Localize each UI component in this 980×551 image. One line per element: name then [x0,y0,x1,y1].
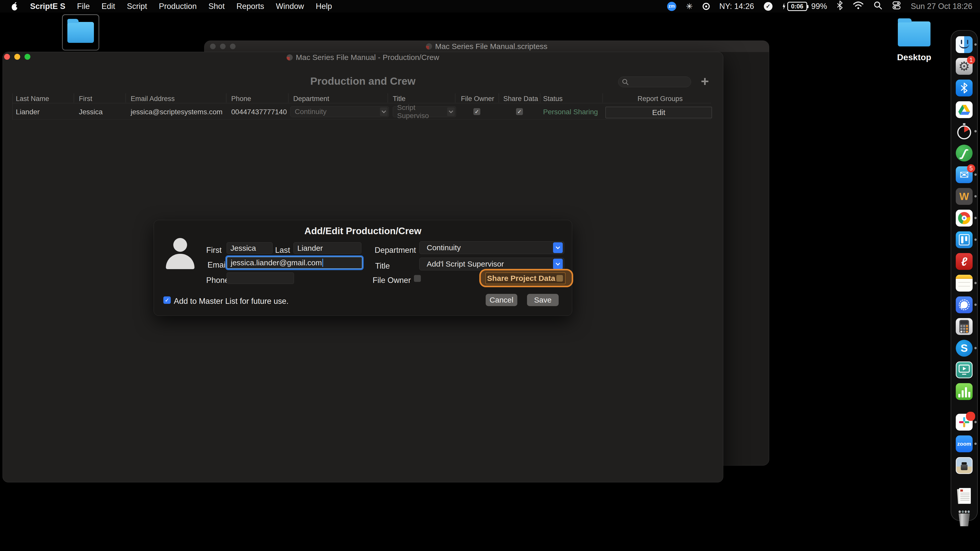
first-field[interactable]: Jessica [227,242,272,254]
trash-full-dock-icon[interactable] [956,510,973,526]
front-window-title: Mac Series File Manual - Production/Crew [296,53,439,62]
last-label: Last [275,246,290,255]
running-indicator [974,421,977,423]
chevron-down-icon [447,107,455,116]
row-title-select[interactable]: Script Superviso [393,106,456,117]
department-select[interactable]: Continuity [419,241,564,254]
share-data-checkbox[interactable]: ✓ [516,108,523,115]
zoom-dock-icon[interactable]: zoom [956,435,973,452]
menu-production[interactable]: Production [159,2,197,11]
acrobat-dock-icon[interactable]: ℓ [956,253,973,270]
running-indicator [974,282,977,284]
file-owner-checkbox[interactable]: ✓ [473,108,480,115]
notification-badge: 1 [967,56,975,64]
col-email[interactable]: Email Address [130,95,175,103]
col-department[interactable]: Department [293,95,329,103]
skype-dock-icon[interactable]: S [956,340,973,357]
battery-time: 0:06 [788,2,807,11]
wifi-icon[interactable] [853,1,864,12]
calculator-dock-icon[interactable] [956,318,973,335]
text-caret [322,259,323,267]
control-center-icon[interactable] [892,1,901,12]
cell-first[interactable]: Jessica [79,108,103,116]
menu-file[interactable]: File [77,2,90,11]
save-button[interactable]: Save [527,294,558,306]
edit-report-groups-button[interactable]: Edit [605,106,712,118]
share-project-data-checkbox[interactable] [556,275,563,282]
col-title[interactable]: Title [393,95,406,103]
desktop-folder-icon[interactable] [898,21,931,46]
menu-reports[interactable]: Reports [236,2,264,11]
finder-dock-icon[interactable] [956,36,973,53]
col-phone[interactable]: Phone [231,95,251,103]
add-crew-plus-button[interactable]: + [699,76,711,87]
cell-last-name[interactable]: Liander [16,108,40,116]
mail-dock-icon[interactable]: ✉5 [956,166,973,183]
dock: ⚙1ʃ✉5WℓSzoom [951,30,978,521]
photo-preview-dock-icon[interactable] [956,457,973,474]
chevron-down-icon [553,242,563,253]
signal-dock-icon[interactable] [956,297,973,313]
menu-script[interactable]: Script [127,2,147,11]
battery-indicator[interactable]: 0:06 99% [782,2,827,11]
running-indicator [974,173,977,176]
col-first[interactable]: First [79,95,92,103]
cell-email[interactable]: jessica@scriptesystems.com [130,108,223,116]
location-time[interactable]: NY: 14:26 [719,2,754,11]
slack-dock-icon[interactable] [956,414,973,430]
menu-edit[interactable]: Edit [102,2,115,11]
email-field[interactable]: jessica.liander@gmail.com [227,257,363,269]
file-owner-dialog-checkbox[interactable] [414,275,421,282]
avatar [166,238,194,269]
col-status[interactable]: Status [543,95,563,103]
workflow-w-dock-icon[interactable]: W [956,188,973,205]
row-department-select[interactable]: Continuity [290,106,389,117]
master-list-label: Add to Master List for future use. [174,297,289,306]
col-share-data[interactable]: Share Data [503,95,538,103]
master-list-checkbox[interactable]: ✓ [163,297,171,304]
scripte-dock-icon[interactable]: ʃ [956,144,973,162]
menu-window[interactable]: Window [276,2,304,11]
apple-menu-icon[interactable] [11,2,18,11]
system-settings-dock-icon[interactable]: ⚙1 [956,58,973,75]
check-circle-icon[interactable]: ✓ [764,2,773,11]
search-input[interactable] [618,76,691,87]
search-icon [622,79,628,85]
numbers-dock-icon[interactable] [956,383,973,400]
running-indicator [974,443,977,445]
cancel-button[interactable]: Cancel [486,294,517,306]
title-select[interactable]: Add'l Script Supervisor [419,258,564,270]
notification-badge [966,412,975,421]
chrome-dock-icon[interactable] [956,210,973,227]
burst-status-icon[interactable]: ✳ [686,2,693,11]
screen-record-icon[interactable] [703,3,710,10]
title-label: Title [375,262,390,271]
screen-recorder-dock-icon[interactable] [956,362,973,378]
bluetooth-icon[interactable] [837,0,843,13]
notes-dock-icon[interactable] [956,275,973,292]
desktop-folder-selected[interactable] [62,14,99,51]
menu-help[interactable]: Help [316,2,332,11]
col-file-owner[interactable]: File Owner [461,95,494,103]
document-stack-dock-icon[interactable] [956,488,973,505]
phone-field[interactable] [227,272,294,284]
document-proxy-icon [286,54,293,60]
trello-dock-icon[interactable] [956,231,973,248]
spotlight-search-icon[interactable] [873,1,882,12]
share-project-data-control[interactable]: Share Project Data [485,272,566,284]
cell-phone[interactable]: 00447437777140 [231,108,287,116]
last-field[interactable]: Liander [293,242,361,254]
menu-shot[interactable]: Shot [208,2,225,11]
col-report-groups[interactable]: Report Groups [638,95,682,103]
running-indicator [974,195,977,197]
menubar-clock[interactable]: Sun 27 Oct 18:26 [911,2,972,11]
bluetooth-app-dock-icon[interactable] [956,79,973,97]
running-indicator [974,43,977,46]
google-drive-dock-icon[interactable] [956,101,973,118]
zoom-menubar-icon[interactable]: zm [667,2,676,11]
first-label: First [206,246,221,255]
page-title: Production and Crew [3,75,723,87]
col-last-name[interactable]: Last Name [16,95,49,103]
timer-dock-icon[interactable] [956,123,973,140]
active-app-name[interactable]: ScriptE S [30,2,65,11]
